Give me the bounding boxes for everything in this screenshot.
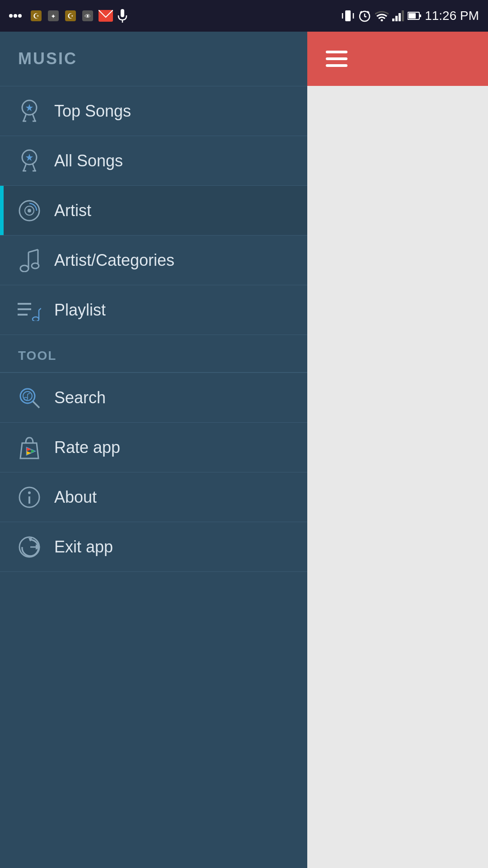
svg-text:👁: 👁 (84, 13, 91, 20)
svg-point-22 (381, 19, 383, 22)
menu-item-top-songs[interactable]: Top Songs (0, 86, 307, 136)
wifi-icon (375, 10, 389, 21)
svg-rect-26 (402, 10, 404, 21)
exit-icon (14, 531, 45, 563)
svg-line-39 (33, 164, 35, 171)
menu-item-about-label: About (54, 488, 97, 507)
svg-point-49 (32, 263, 39, 269)
menu-item-search-label: Search (54, 388, 106, 407)
svg-line-61 (28, 393, 30, 394)
svg-rect-25 (399, 13, 401, 21)
playlist-icon (14, 294, 45, 326)
alarm-icon (358, 9, 371, 23)
menu-item-all-songs[interactable]: All Songs (0, 136, 307, 186)
tool-section: Search Rate a (0, 373, 307, 572)
vibrate-icon (342, 9, 354, 23)
menu-item-about[interactable]: About (0, 472, 307, 522)
vinyl-icon (14, 195, 45, 226)
menu-item-rate-app-label: Rate app (54, 438, 120, 457)
menu-item-search[interactable]: Search (0, 373, 307, 423)
menu-item-artist-categories[interactable]: Artist/Categories (0, 236, 307, 285)
tool-section-header: TOOL (0, 335, 307, 373)
active-indicator (0, 186, 4, 235)
app-icon-2: ✦ (47, 9, 60, 22)
svg-text:✦: ✦ (51, 13, 56, 20)
svg-point-67 (28, 491, 31, 494)
signal-icon (392, 10, 404, 21)
right-panel (307, 32, 488, 868)
svg-text:☪: ☪ (67, 12, 74, 20)
menu-item-top-songs-label: Top Songs (54, 102, 131, 121)
music-section: Top Songs All Songs (0, 86, 307, 335)
svg-marker-37 (26, 154, 33, 161)
svg-line-38 (23, 164, 26, 171)
svg-line-33 (33, 114, 35, 121)
svg-line-47 (28, 250, 38, 252)
status-time: 11:26 PM (425, 9, 479, 23)
menu-item-exit-app-label: Exit app (54, 538, 113, 557)
svg-rect-12 (121, 9, 124, 17)
search-icon (14, 382, 45, 414)
tool-section-label: TOOL (18, 349, 56, 363)
svg-marker-31 (26, 104, 33, 111)
menu-item-artist[interactable]: Artist (0, 186, 307, 236)
hamburger-line-1 (326, 51, 347, 53)
svg-rect-24 (395, 16, 398, 21)
app-icon-1: ☪ (30, 9, 42, 22)
app-icon-3: ☪ (64, 9, 77, 22)
menu-item-playlist-label: Playlist (54, 301, 106, 320)
gmail-icon (99, 10, 113, 22)
app-icon-4: 👁 (81, 9, 94, 22)
status-bar-right: 11:26 PM (342, 9, 479, 23)
svg-line-58 (33, 401, 39, 408)
svg-line-32 (23, 114, 26, 121)
svg-point-0 (9, 14, 13, 18)
svg-line-55 (39, 308, 41, 310)
status-bar: ☪ ✦ ☪ 👁 (0, 0, 488, 32)
menu-item-exit-app[interactable]: Exit app (0, 522, 307, 572)
svg-rect-14 (345, 10, 351, 21)
music-note-icon (14, 245, 45, 276)
info-icon (14, 481, 45, 513)
rate-icon (14, 432, 45, 463)
mic-icon (117, 9, 127, 23)
medal-icon-top-songs (14, 95, 45, 127)
svg-point-1 (14, 14, 17, 18)
svg-rect-28 (419, 14, 421, 17)
drawer-title: MUSIC (18, 49, 77, 68)
svg-point-2 (18, 14, 22, 18)
svg-point-45 (20, 265, 28, 272)
menu-item-all-songs-label: All Songs (54, 151, 123, 170)
notification-dots-icon (9, 11, 25, 21)
battery-icon (408, 11, 421, 20)
menu-item-rate-app[interactable]: Rate app (0, 423, 307, 472)
hamburger-lines (326, 51, 347, 67)
menu-item-artist-label: Artist (54, 201, 91, 220)
hamburger-line-3 (326, 64, 347, 67)
hamburger-button[interactable] (307, 32, 366, 86)
drawer-header: MUSIC (0, 32, 307, 86)
menu-item-playlist[interactable]: Playlist (0, 285, 307, 335)
status-bar-left: ☪ ✦ ☪ 👁 (9, 9, 127, 23)
medal-icon-all-songs (14, 145, 45, 177)
drawer: MUSIC (0, 32, 307, 868)
svg-point-53 (33, 317, 39, 321)
menu-item-artist-categories-label: Artist/Categories (54, 251, 174, 270)
svg-rect-29 (408, 13, 416, 19)
svg-point-44 (28, 209, 31, 212)
main-layout: MUSIC (0, 32, 488, 868)
hamburger-line-2 (326, 57, 347, 60)
svg-text:☪: ☪ (33, 12, 39, 20)
svg-rect-23 (392, 19, 394, 21)
